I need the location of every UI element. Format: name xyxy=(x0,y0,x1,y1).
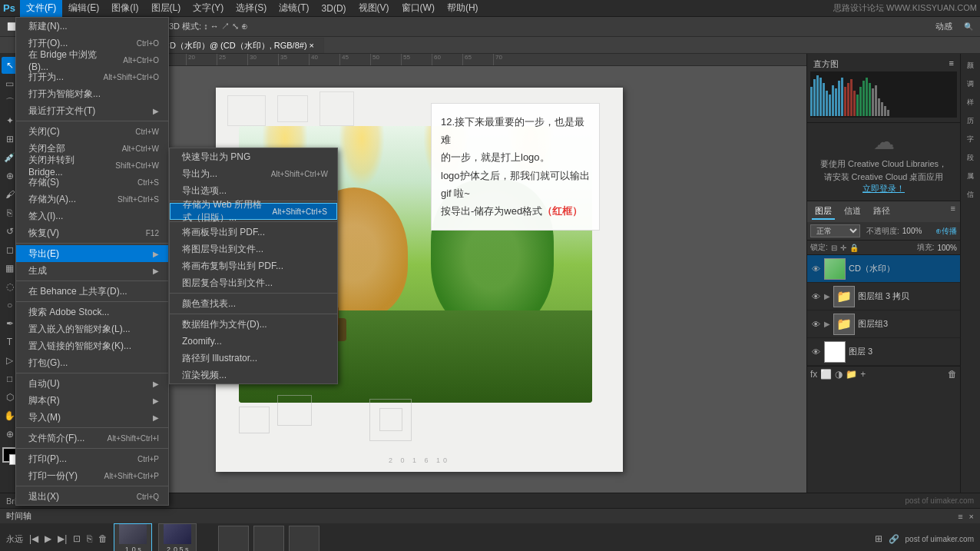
opacity-value[interactable]: 100% xyxy=(902,227,922,235)
menu-print[interactable]: 打印(P)... Ctrl+P xyxy=(16,450,168,467)
menu-close[interactable]: 关闭(C) Ctrl+W xyxy=(16,123,168,140)
menu-place-embed[interactable]: 置入嵌入的智能对象(L)... xyxy=(16,320,168,337)
menu-zoomify[interactable]: Zoomify... xyxy=(170,333,337,350)
menu-import[interactable]: 导入(M) ▶ xyxy=(16,409,168,426)
menu-view[interactable]: 视图(V) xyxy=(353,0,396,17)
menu-quick-export-png[interactable]: 快速导出为 PNG xyxy=(170,148,337,165)
menu-text[interactable]: 文字(Y) xyxy=(187,0,230,17)
menu-adobe-stock[interactable]: 搜索 Adobe Stock... xyxy=(16,304,168,320)
menu-bridge-browse[interactable]: 在 Bridge 中浏览(B)... Alt+Ctrl+O xyxy=(16,51,168,68)
blend-mode-select[interactable]: 正常 xyxy=(810,224,860,237)
tab-channels[interactable]: 信道 xyxy=(841,204,864,220)
lock-all-btn[interactable]: 🔒 xyxy=(849,244,859,252)
menu-3d[interactable]: 3D(D) xyxy=(316,0,353,17)
menu-print-one[interactable]: 打印一份(Y) Alt+Shift+Ctrl+P xyxy=(16,467,168,484)
menu-quit[interactable]: 退出(X) Ctrl+Q xyxy=(16,488,168,505)
lock-position-btn[interactable]: ✛ xyxy=(840,244,846,252)
convert-frame-btn[interactable]: ⊞ xyxy=(875,533,882,544)
ri-adjust-btn[interactable]: 调 xyxy=(962,75,979,92)
layers-menu-btn[interactable]: ≡ xyxy=(951,204,955,220)
anim-del-btn[interactable]: 🗑 xyxy=(98,533,108,544)
menu-edit[interactable]: 编辑(E) xyxy=(62,0,105,17)
anim-next-btn[interactable]: ▶| xyxy=(58,533,67,544)
layer-eye-group3[interactable]: 👁 xyxy=(810,319,821,330)
layer-row-group-copy[interactable]: 👁 ▶ 📁 图层组 3 拷贝 xyxy=(807,283,960,310)
frame-2-time[interactable]: 0.5 s xyxy=(174,546,189,551)
tab-paths[interactable]: 路径 xyxy=(870,204,893,220)
layer-delete-btn[interactable]: 🗑 xyxy=(948,369,957,380)
cloud-login-link[interactable]: 立即登录！ xyxy=(813,183,954,194)
menu-file-info[interactable]: 文件简介(F)... Alt+Shift+Ctrl+I xyxy=(16,430,168,446)
anim-frame-1[interactable]: 1 0 s xyxy=(114,523,152,551)
layer-adjust-btn[interactable]: ◑ xyxy=(835,369,843,380)
menu-color-lookup[interactable]: 颜色查找表... xyxy=(170,295,337,312)
anim-close-btn[interactable]: × xyxy=(969,512,974,521)
menu-revert[interactable]: 恢复(V) F12 xyxy=(16,224,168,241)
menu-artboard-pdf[interactable]: 将画板导出到 PDF... xyxy=(170,224,337,241)
menu-filter[interactable]: 滤镜(T) xyxy=(273,0,315,17)
layer-eye-watermark[interactable]: 👁 xyxy=(810,264,821,274)
menu-export-options[interactable]: 导出选项... xyxy=(170,182,337,199)
layer-expand-group3[interactable]: ▶ xyxy=(824,320,830,328)
menu-save-as[interactable]: 存储为(A)... Shift+Ctrl+S xyxy=(16,191,168,207)
menu-layers-to-files[interactable]: 将图层导出到文件... xyxy=(170,241,337,257)
frame-1-time[interactable]: 0 s xyxy=(132,546,141,551)
anim-dup-btn[interactable]: ⎘ xyxy=(87,533,92,544)
menu-place-linked[interactable]: 置入链接的智能对象(K)... xyxy=(16,337,168,354)
anim-forever-label[interactable]: 永远 xyxy=(6,533,23,545)
anim-play-btn[interactable]: ▶ xyxy=(45,533,51,544)
menu-export[interactable]: 导出(E) ▶ xyxy=(16,245,168,262)
menu-package[interactable]: 打包(G)... xyxy=(16,354,168,371)
layer-row-layer3[interactable]: 👁 图层 3 xyxy=(807,338,960,366)
menu-scripts[interactable]: 脚本(R) ▶ xyxy=(16,392,168,409)
ri-history-btn[interactable]: 历 xyxy=(962,112,979,129)
menu-file[interactable]: 文件(F) xyxy=(20,0,62,17)
menu-behance[interactable]: 在 Behance 上共享(D)... xyxy=(16,283,168,300)
layer-group-btn[interactable]: 📁 xyxy=(846,369,857,380)
menu-layer[interactable]: 图层(L) xyxy=(145,0,187,17)
layer-expand-group-copy[interactable]: ▶ xyxy=(824,292,830,300)
menu-render-video[interactable]: 渲染视频... xyxy=(170,367,337,383)
menu-layer-comps[interactable]: 图层复合导出到文件... xyxy=(170,274,337,291)
tab-layers[interactable]: 图层 xyxy=(812,204,835,220)
document-tab[interactable]: CD（水印）@ (CD（水印）, RGB/8#) × xyxy=(154,38,324,53)
lock-pixels-btn[interactable]: ⊟ xyxy=(831,244,837,252)
menu-select[interactable]: 选择(S) xyxy=(230,0,273,17)
menu-help[interactable]: 帮助(H) xyxy=(441,0,485,17)
menu-paths-illustrator[interactable]: 路径到 Illustrator... xyxy=(170,350,337,367)
anim-frame-2[interactable]: 2 0.5 s xyxy=(158,523,197,551)
menu-new[interactable]: 新建(N)... xyxy=(16,18,168,35)
anim-prev-btn[interactable]: |◀ xyxy=(29,533,38,544)
menu-close-bridge[interactable]: 关闭并转到 Bridge... Shift+Ctrl+W xyxy=(16,157,168,174)
anim-tween-btn[interactable]: ⊡ xyxy=(73,533,81,544)
search-btn[interactable]: 🔍 xyxy=(960,19,977,35)
menu-data-sets[interactable]: 数据组作为文件(D)... xyxy=(170,316,337,333)
ri-info-btn[interactable]: 信 xyxy=(962,186,979,203)
menu-export-as[interactable]: 导出为... Alt+Shift+Ctrl+W xyxy=(170,165,337,182)
menu-save-web[interactable]: 存储为 Web 所用格式（旧版）... Alt+Shift+Ctrl+S xyxy=(170,203,337,220)
menu-canvas-pdf[interactable]: 将画布复制导出到 PDF... xyxy=(170,257,337,274)
ri-char-btn[interactable]: 字 xyxy=(962,131,979,148)
layer-mask-btn[interactable]: ⬜ xyxy=(820,369,832,380)
menu-automate[interactable]: 自动(U) ▶ xyxy=(16,375,168,392)
menu-recent[interactable]: 最近打开文件(T) ▶ xyxy=(16,102,168,119)
layer-eye-group-copy[interactable]: 👁 xyxy=(810,291,821,302)
menu-generate[interactable]: 生成 ▶ xyxy=(16,262,168,279)
ri-paragraph-btn[interactable]: 段 xyxy=(962,149,979,166)
propagate-icon[interactable]: ⊕传播 xyxy=(935,226,957,237)
menu-open-smart[interactable]: 打开为智能对象... xyxy=(16,85,168,102)
anim-menu-btn[interactable]: ≡ xyxy=(958,512,962,521)
layer-row-watermark[interactable]: 👁 CD（水印） xyxy=(807,255,960,283)
fill-value[interactable]: 100% xyxy=(937,244,957,252)
menu-checkin[interactable]: 签入(I)... xyxy=(16,207,168,224)
menu-window[interactable]: 窗口(W) xyxy=(396,0,441,17)
ri-prop-btn[interactable]: 属 xyxy=(962,168,979,184)
layer-new-btn[interactable]: + xyxy=(860,369,866,380)
layer-row-group3[interactable]: 👁 ▶ 📁 图层组3 xyxy=(807,310,960,338)
menu-image[interactable]: 图像(I) xyxy=(105,0,144,17)
ri-color-btn[interactable]: 颜 xyxy=(962,57,979,74)
layer-eye-layer3[interactable]: 👁 xyxy=(810,347,821,357)
histogram-menu[interactable]: ≡ xyxy=(949,58,954,70)
layer-fx-btn[interactable]: fx xyxy=(810,369,817,380)
ri-style-btn[interactable]: 样 xyxy=(962,94,979,111)
